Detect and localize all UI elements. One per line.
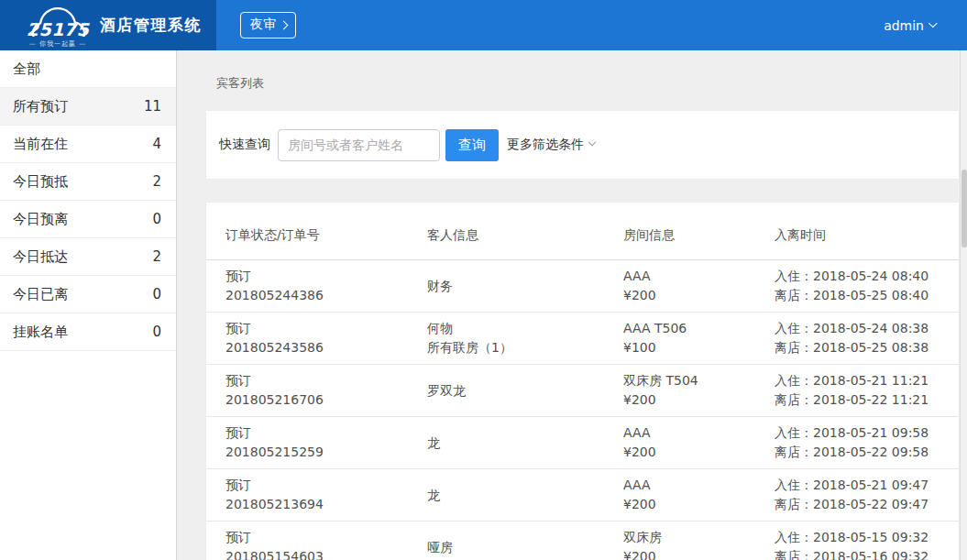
column-header-room: 房间信息 [623,227,775,244]
sidebar-item[interactable]: 当前在住 4 [0,126,176,163]
checkin-time: 入住：2018-05-21 09:47 [775,476,959,495]
checkin-time: 入住：2018-05-21 11:21 [775,371,959,390]
vertical-scrollbar[interactable] [960,50,967,560]
guest-cell: 何物 所有联房（1） [427,319,623,357]
sidebar-item-count: 2 [152,173,161,190]
user-menu[interactable]: admin [884,18,937,33]
column-header-guest: 客人信息 [427,227,623,244]
room-price: ¥100 [623,338,775,357]
more-filters-toggle[interactable]: 更多筛选条件 [507,137,595,153]
room-name: AAA [623,476,775,495]
app-title: 酒店管理系统 [100,15,202,36]
night-audit-label: 夜审 [250,16,276,33]
table-row[interactable]: 预订 201805243586 何物 所有联房（1） AAA T506 ¥100 [206,313,959,365]
sidebar-item-count: 0 [152,324,161,340]
cloud-icon: 25175 [27,4,88,37]
logo-slogan: — 你我一起赢 — [29,39,86,49]
guest-cell: 龙 [427,434,623,453]
scrollbar-thumb[interactable] [962,170,967,247]
room-cell: AAA ¥200 [623,423,775,462]
room-cell: AAA ¥200 [623,476,775,514]
table-row[interactable]: 预订 201805216706 罗双龙 双床房 T504 ¥200 入住： [206,365,959,417]
sidebar-item[interactable]: 今日抵达 2 [0,238,176,276]
guest-name: 何物 [427,319,623,338]
order-number: 201805244386 [225,286,427,305]
guest-name: 龙 [427,486,623,505]
checkin-time: 入住：2018-05-24 08:38 [775,319,959,338]
sidebar-item[interactable]: 今日预离 0 [0,201,176,238]
column-header-order: 订单状态/订单号 [206,227,427,244]
sidebar-item-count: 0 [152,211,161,227]
search-input[interactable] [278,129,440,161]
guest-name: 财务 [427,277,623,296]
room-name: 双床房 T504 [623,371,775,390]
sidebar-item[interactable]: 全部 [0,50,176,88]
checkout-time: 离店：2018-05-22 11:21 [775,390,959,410]
room-cell: 双床房 ¥200 [623,528,775,560]
sidebar-item-label: 所有预订 [13,98,68,115]
guest-name: 罗双龙 [427,381,623,401]
guest-name: 龙 [427,434,623,453]
room-name: AAA [623,267,775,286]
breadcrumb: 宾客列表 [177,50,967,92]
dates-cell: 入住：2018-05-15 09:32 离店：2018-05-16 09:32 [775,528,959,560]
room-price: ¥200 [623,443,775,462]
sidebar-item-count: 4 [152,136,161,152]
night-audit-button[interactable]: 夜审 [240,12,296,38]
checkout-time: 离店：2018-05-25 08:38 [775,338,959,357]
room-price: ¥200 [623,390,775,410]
order-cell: 预订 201805243586 [206,319,427,357]
sidebar-item-label: 挂账名单 [13,324,68,341]
table-row[interactable]: 预订 201805215259 龙 AAA ¥200 入住：2018-05 [206,417,959,469]
room-cell: 双床房 T504 ¥200 [623,371,775,410]
quick-search-panel: 快速查询 查询 更多筛选条件 [205,110,960,180]
sidebar-item-count: 0 [152,286,161,302]
column-header-dates: 入离时间 [775,227,959,244]
dates-cell: 入住：2018-05-24 08:40 离店：2018-05-25 08:40 [775,267,959,305]
order-status: 预订 [225,423,427,443]
checkin-time: 入住：2018-05-24 08:40 [775,267,959,286]
sidebar-item[interactable]: 挂账名单 0 [0,313,176,351]
guest-cell: 龙 [427,486,623,505]
more-filters-label: 更多筛选条件 [507,137,584,153]
sidebar-item-label: 当前在住 [13,136,68,153]
user-name: admin [884,18,924,33]
logo-number: 25175 [27,19,90,39]
top-header: 25175 — 你我一起赢 — 酒店管理系统 夜审 admin [0,0,967,50]
checkin-time: 入住：2018-05-21 09:58 [775,423,959,443]
order-cell: 预订 201805215259 [206,423,427,462]
table-row[interactable]: 预订 201805154603 哑房 双床房 ¥200 入住：2018-0 [206,522,959,560]
table-row[interactable]: 预订 201805213694 龙 AAA ¥200 入住：2018-05 [206,469,959,522]
sidebar-item[interactable]: 今日已离 0 [0,276,176,313]
checkout-time: 离店：2018-05-25 08:40 [775,286,959,305]
search-label: 快速查询 [219,137,270,153]
checkin-time: 入住：2018-05-15 09:32 [775,528,959,547]
order-cell: 预订 201805244386 [206,267,427,305]
app-logo: 25175 — 你我一起赢 — [27,4,88,49]
sidebar-item-label: 今日预抵 [13,173,68,191]
guest-list-table: 订单状态/订单号 客人信息 房间信息 入离时间 预订 201805244386 … [205,202,960,560]
checkout-time: 离店：2018-05-16 09:32 [775,547,959,560]
guest-cell: 罗双龙 [427,381,623,401]
room-cell: AAA ¥200 [623,267,775,305]
order-number: 201805216706 [225,390,427,410]
sidebar-item[interactable]: 所有预订 11 [0,88,176,126]
order-cell: 预订 201805154603 [206,528,427,560]
table-row[interactable]: 预订 201805244386 财务 AAA ¥200 入住：2018-0 [206,260,959,313]
sidebar-item-count: 11 [144,98,161,115]
dates-cell: 入住：2018-05-21 09:47 离店：2018-05-22 09:47 [775,476,959,514]
dates-cell: 入住：2018-05-24 08:38 离店：2018-05-25 08:38 [775,319,959,357]
table-header-row: 订单状态/订单号 客人信息 房间信息 入离时间 [206,203,959,260]
header-brand-section: 25175 — 你我一起赢 — 酒店管理系统 [0,0,216,50]
sidebar-item-label: 全部 [13,60,40,78]
sidebar-item[interactable]: 今日预抵 2 [0,163,176,201]
order-status: 预订 [225,371,427,390]
sidebar-item-label: 今日预离 [13,211,68,228]
app-window: 25175 — 你我一起赢 — 酒店管理系统 夜审 admin 全部 [0,0,967,560]
order-status: 预订 [225,267,427,286]
room-name: 双床房 [623,528,775,547]
search-button[interactable]: 查询 [445,129,499,161]
room-name: AAA [623,423,775,443]
guest-linked-rooms: 所有联房（1） [427,338,623,357]
room-price: ¥200 [623,495,775,514]
